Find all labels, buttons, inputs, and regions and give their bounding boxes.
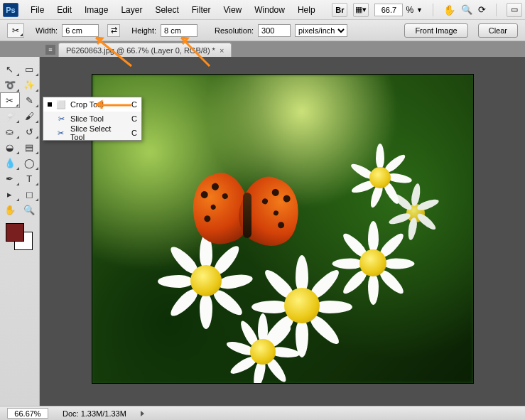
zoom-percent-label: % (406, 5, 413, 15)
flyout-slice-tool[interactable]: ✂ Slice Tool C (43, 112, 141, 126)
flyout-crop-tool[interactable]: ⬜ Crop Tool C (43, 97, 141, 112)
swap-dimensions-icon[interactable]: ⇄ (107, 24, 120, 37)
flyout-item-label: Slice Tool (70, 114, 104, 123)
status-menu-arrow-icon[interactable] (141, 411, 144, 416)
eyedropper-tool[interactable]: ✎ (20, 92, 39, 108)
menu-help[interactable]: Help (291, 2, 322, 18)
eraser-tool[interactable]: ◒ (0, 139, 20, 155)
chevron-down-icon[interactable]: ▼ (416, 6, 423, 14)
app-logo: Ps (3, 3, 18, 17)
options-bar: ✂ Width: ⇄ Height: Resolution: pixels/in… (0, 20, 525, 41)
hand-tool[interactable]: ✋ (0, 202, 20, 217)
tab-handle-icon[interactable]: ≡ (45, 45, 55, 55)
type-tool[interactable]: T (20, 171, 40, 186)
resolution-input[interactable] (258, 24, 291, 37)
menu-view[interactable]: View (217, 2, 248, 18)
document-tab[interactable]: P6260863.jpg @ 66.7% (Layer 0, RGB/8) * … (58, 43, 232, 57)
document-tab-bar: ≡ P6260863.jpg @ 66.7% (Layer 0, RGB/8) … (0, 41, 525, 57)
flyout-slice-select-tool[interactable]: ✂ Slice Select Tool C (43, 126, 141, 140)
menu-window[interactable]: Window (248, 2, 291, 18)
menu-select[interactable]: Select (148, 2, 185, 18)
zoom-level-input[interactable] (374, 4, 403, 16)
menu-layer[interactable]: Layer (114, 2, 148, 18)
active-tool-icon[interactable]: ✂ (7, 23, 24, 38)
flyout-item-key: C (131, 129, 137, 137)
flyout-item-label: Crop Tool (70, 100, 104, 109)
height-label: Height: (131, 26, 156, 35)
move-tool[interactable]: ↖ (0, 61, 20, 77)
flyout-item-label: Slice Select Tool (70, 124, 127, 141)
dodge-tool[interactable]: ◯ (20, 155, 40, 171)
resolution-label: Resolution: (215, 26, 254, 35)
bridge-icon[interactable]: Br (332, 3, 347, 17)
status-doc-size: Doc: 1.33M/1.33M (63, 409, 126, 418)
menu-image[interactable]: Image (78, 2, 114, 18)
flyout-item-key: C (131, 100, 137, 109)
hand-icon[interactable]: ✋ (443, 4, 455, 16)
minibridge-icon[interactable]: ▦▾ (353, 3, 369, 17)
path-select-tool[interactable]: ▸ (0, 186, 20, 202)
document-tab-title: P6260863.jpg @ 66.7% (Layer 0, RGB/8) * (66, 46, 215, 55)
brush-tool[interactable]: 🖌 (20, 108, 40, 124)
slice-select-icon: ✂ (56, 129, 66, 138)
blur-tool[interactable]: 💧 (0, 155, 20, 171)
menu-file[interactable]: File (24, 2, 50, 18)
crop-tool[interactable]: ✂ (0, 92, 20, 108)
clear-button[interactable]: Clear (478, 23, 518, 38)
zoom-tool[interactable]: 🔍 (20, 202, 40, 217)
close-icon[interactable]: × (220, 46, 224, 55)
crop-icon: ⬜ (56, 100, 66, 109)
history-brush-tool[interactable]: ↺ (20, 124, 40, 139)
gradient-tool[interactable]: ▤ (20, 139, 40, 155)
menu-edit[interactable]: Edit (50, 2, 78, 18)
document-canvas[interactable] (92, 74, 474, 384)
flyout-item-key: C (131, 114, 137, 123)
foreground-color-swatch[interactable] (6, 223, 24, 242)
width-input[interactable] (62, 24, 99, 37)
toolbox: ↖▭ ➰✨ ✂✎ 🩹🖌 ⛀↺ ◒▤ 💧◯ ✒T ▸◻ ✋🔍 (0, 57, 40, 406)
magic-wand-tool[interactable]: ✨ (20, 77, 40, 92)
pen-tool[interactable]: ✒ (0, 171, 20, 186)
menu-bar: Ps File Edit Image Layer Select Filter V… (0, 0, 525, 20)
slice-icon: ✂ (56, 114, 66, 124)
status-zoom-input[interactable] (7, 408, 48, 419)
resolution-unit-select[interactable]: pixels/inch (295, 24, 347, 37)
lasso-tool[interactable]: ➰ (0, 77, 20, 92)
shape-tool[interactable]: ◻ (20, 186, 40, 202)
screen-mode-icon[interactable]: ▭ (507, 3, 522, 17)
menu-filter[interactable]: Filter (185, 2, 217, 18)
healing-tool[interactable]: 🩹 (0, 108, 20, 124)
marquee-tool[interactable]: ▭ (20, 61, 40, 77)
front-image-button[interactable]: Front Image (404, 23, 467, 38)
rotate-icon[interactable]: ⟳ (478, 4, 486, 15)
stamp-tool[interactable]: ⛀ (0, 124, 20, 139)
width-label: Width: (36, 26, 58, 35)
height-input[interactable] (161, 24, 197, 37)
status-bar: Doc: 1.33M/1.33M (0, 406, 525, 420)
butterfly-subject (185, 167, 313, 266)
zoom-icon[interactable]: 🔍 (461, 4, 472, 15)
crop-tool-flyout: ⬜ Crop Tool C ✂ Slice Tool C ✂ Slice Sel… (43, 97, 142, 141)
